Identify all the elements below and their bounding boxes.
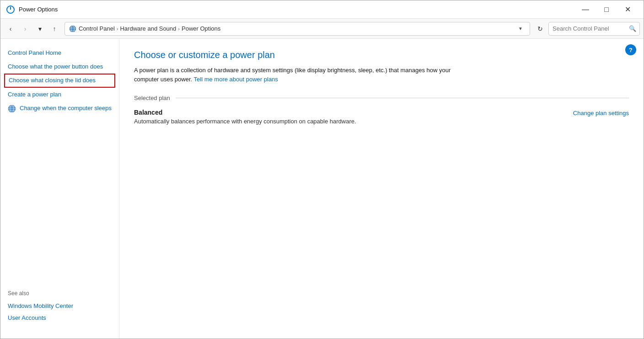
- content-area: Control Panel Home Choose what the power…: [0, 39, 644, 339]
- plan-name: Balanced: [134, 109, 356, 116]
- dropdown-button[interactable]: ▾: [33, 22, 46, 35]
- help-button[interactable]: ?: [625, 44, 636, 55]
- nav-bar: ‹ › ▾ ↑ Control Panel › Hardware and Sou…: [0, 19, 644, 39]
- minimize-button[interactable]: —: [575, 0, 596, 19]
- page-title: Choose or customize a power plan: [134, 50, 629, 60]
- refresh-button[interactable]: ↻: [534, 22, 547, 35]
- title-bar: Power Options — □ ✕: [0, 0, 644, 19]
- plan-row: Balanced Automatically balances performa…: [134, 109, 629, 125]
- sidebar-item-mobility-center[interactable]: Windows Mobility Center: [8, 300, 112, 312]
- learn-more-link[interactable]: Tell me more about power plans: [194, 76, 278, 83]
- window-title: Power Options: [19, 6, 575, 13]
- sidebar: Control Panel Home Choose what the power…: [0, 39, 119, 339]
- change-plan-link[interactable]: Change plan settings: [573, 110, 629, 117]
- selected-plan-label: Selected plan: [134, 95, 170, 101]
- breadcrumb-hardware-sound[interactable]: Hardware and Sound: [120, 25, 176, 32]
- forward-button[interactable]: ›: [19, 22, 32, 35]
- search-wrapper: 🔍: [548, 22, 640, 36]
- address-icon: [69, 25, 77, 33]
- see-also-title: See also: [8, 290, 112, 297]
- sidebar-item-create-plan[interactable]: Create a power plan: [0, 88, 119, 101]
- page-description: A power plan is a collection of hardware…: [134, 66, 454, 84]
- back-button[interactable]: ‹: [4, 22, 17, 35]
- window: Power Options — □ ✕ ‹ › ▾ ↑ C: [0, 0, 644, 339]
- sidebar-item-control-panel-home[interactable]: Control Panel Home: [0, 46, 119, 60]
- close-button[interactable]: ✕: [617, 0, 638, 19]
- plan-description: Automatically balances performance with …: [134, 118, 356, 125]
- breadcrumb-current: Power Options: [182, 25, 220, 32]
- address-bar[interactable]: Control Panel › Hardware and Sound › Pow…: [64, 22, 530, 36]
- globe-icon: [8, 105, 16, 113]
- divider-line: [176, 98, 629, 98]
- sidebar-top: Control Panel Home Choose what the power…: [0, 46, 119, 116]
- selected-plan-divider: Selected plan: [134, 95, 629, 101]
- breadcrumb: Control Panel › Hardware and Sound › Pow…: [79, 25, 513, 32]
- sidebar-item-user-accounts[interactable]: User Accounts: [8, 312, 112, 324]
- sidebar-see-also: See also Windows Mobility Center User Ac…: [0, 283, 119, 331]
- up-button[interactable]: ↑: [48, 22, 61, 35]
- app-icon: [6, 5, 15, 14]
- sidebar-item-power-button[interactable]: Choose what the power button does: [0, 60, 119, 74]
- sidebar-item-closing-lid[interactable]: Choose what closing the lid does: [4, 74, 115, 87]
- main-panel: ? Choose or customize a power plan A pow…: [119, 39, 644, 339]
- address-dropdown-button[interactable]: ▼: [515, 22, 526, 35]
- window-controls: — □ ✕: [575, 0, 638, 19]
- plan-info: Balanced Automatically balances performa…: [134, 109, 356, 125]
- maximize-button[interactable]: □: [596, 0, 617, 19]
- sidebar-item-computer-sleeps[interactable]: Change when the computer sleeps: [0, 101, 119, 116]
- breadcrumb-control-panel[interactable]: Control Panel: [79, 25, 115, 32]
- search-input[interactable]: [548, 22, 640, 36]
